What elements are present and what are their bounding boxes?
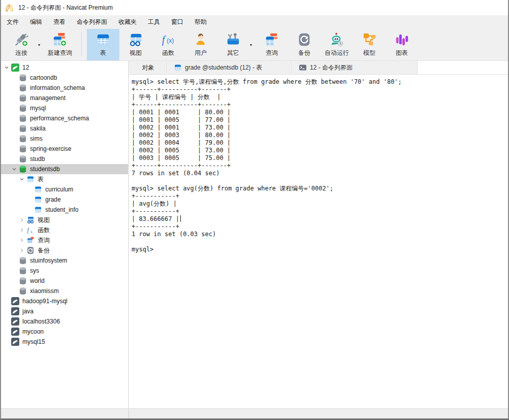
tree-item-grade[interactable]: grade [1, 195, 128, 205]
queries-group-icon [26, 236, 35, 244]
text-cursor [180, 215, 181, 222]
menu-item-label: 编辑 [30, 18, 42, 26]
svg-text:f: f [27, 227, 30, 234]
tab-对象[interactable]: 对象 [129, 61, 168, 74]
terminal-line-text: | avg(分数) | [132, 200, 177, 207]
tree-item-mysql[interactable]: mysql [1, 103, 128, 113]
toolbar-button-connection[interactable]: 连接 ▾ [5, 29, 44, 60]
toolbar-button-function[interactable]: f(x) 函数 [152, 29, 184, 60]
tree-item-mysql15[interactable]: mysql15 [1, 337, 128, 347]
terminal-line: +-----------+ [132, 208, 505, 215]
tree-item-management[interactable]: management [1, 93, 128, 103]
main-pane: 对象 grade @studentsdb (12) - 表 12 - 命令列界面… [129, 61, 508, 408]
tree-item-studb[interactable]: studb [1, 154, 128, 164]
menu-item-查看[interactable]: 查看 [48, 15, 71, 29]
chevron-down-icon[interactable] [3, 64, 10, 71]
tree-item-label: sys [30, 267, 39, 274]
terminal-line: +------+----------+-------+ [132, 86, 505, 93]
tree-item-sys[interactable]: sys [1, 266, 128, 276]
tree-item-label: localhost3306 [22, 318, 60, 325]
toolbar-button-label: 图表 [396, 49, 408, 57]
tree-item-12[interactable]: 12 [1, 62, 128, 73]
terminal-line: mysql> select 学号,课程编号,分数 from grade wher… [132, 78, 505, 86]
tree-item-stuinfosystem[interactable]: stuinfosystem [1, 255, 128, 266]
tree-item-java[interactable]: java [1, 306, 128, 316]
menu-item-命令列界面[interactable]: 命令列界面 [71, 15, 113, 29]
database-icon [19, 104, 27, 112]
tree-item-student_info[interactable]: student_info [1, 205, 128, 215]
tree-item-information_schema[interactable]: information_schema [1, 83, 128, 93]
toolbar-button-view[interactable]: 视图 [119, 29, 152, 60]
window-body: 12 cartoondb information_schema manageme… [1, 61, 508, 408]
toolbar-button-user[interactable]: 用户 [184, 29, 217, 60]
tree-item-函数[interactable]: fx 函数 [1, 225, 128, 235]
toolbar-button-model[interactable]: 模型 [353, 29, 386, 60]
menu-item-编辑[interactable]: 编辑 [24, 15, 48, 29]
tree-item-localhost3306[interactable]: localhost3306 [1, 316, 128, 327]
dropdown-caret-icon[interactable]: ▾ [248, 43, 254, 47]
function-icon: f(x) [161, 32, 176, 47]
model-icon [362, 32, 377, 47]
terminal-line-text: | 0002 | 0005 | 73.00 | [132, 147, 231, 154]
tree-item-mycoon[interactable]: mycoon [1, 327, 128, 337]
menu-item-文件[interactable]: 文件 [1, 15, 24, 29]
chevron-right-icon[interactable] [18, 216, 25, 223]
terminal-line: mysql> [132, 246, 505, 253]
tree-item-label: 查询 [38, 236, 50, 245]
toolbar-button-label: 备份 [298, 49, 310, 57]
toolbar-button-new-query[interactable]: 新建查询 [44, 29, 76, 60]
table-item-icon [34, 185, 42, 193]
toolbar-button-backup[interactable]: 备份 [288, 29, 321, 60]
tables-group-icon [26, 175, 35, 183]
new-query-icon [52, 32, 68, 47]
toolbar-button-table[interactable]: 表 [87, 29, 119, 60]
chevron-right-icon[interactable] [18, 227, 25, 234]
mysql-connection-open-icon [11, 63, 19, 72]
database-icon [19, 114, 27, 122]
tree-item-视图[interactable]: 视图 [1, 215, 128, 225]
tree-item-spring-exercise[interactable]: spring-exercise [1, 144, 128, 154]
table-item-icon [34, 196, 42, 204]
menu-item-工具[interactable]: 工具 [142, 15, 166, 29]
toolbar-button-label: 函数 [162, 49, 174, 57]
tree-item-sakila[interactable]: sakila [1, 123, 128, 134]
tree-item-studentsdb[interactable]: studentsdb [1, 164, 128, 174]
tree-item-表[interactable]: 表 [1, 174, 128, 184]
tree-item-performance_schema[interactable]: performance_schema [1, 113, 128, 123]
chevron-down-icon[interactable] [11, 166, 18, 173]
tree-item-curriculum[interactable]: curriculum [1, 184, 128, 195]
chevron-down-icon[interactable] [18, 176, 25, 183]
chevron-right-icon[interactable] [18, 247, 25, 254]
menu-item-label: 收藏夹 [118, 18, 137, 26]
database-icon [19, 135, 27, 143]
toolbar-button-others[interactable]: 其它 ▾ [217, 29, 256, 60]
views-group-icon [26, 216, 35, 224]
tree-item-label: 表 [38, 175, 44, 184]
toolbar-button-query[interactable]: 查询 [256, 29, 288, 60]
chevron-right-icon[interactable] [18, 237, 25, 244]
menu-item-收藏夹[interactable]: 收藏夹 [113, 15, 142, 29]
tree-item-hadoop91-mysql[interactable]: hadoop91-mysql [1, 296, 128, 306]
toolbar-button-automation[interactable]: 自动运行 [321, 29, 353, 60]
tree-item-xiaomissm[interactable]: xiaomissm [1, 286, 128, 296]
tab-grade @studentsdb (12) - 表[interactable]: grade @studentsdb (12) - 表 [168, 61, 293, 74]
connection-tree: 12 cartoondb information_schema manageme… [1, 61, 129, 408]
tree-item-cartoondb[interactable]: cartoondb [1, 73, 128, 83]
database-icon [19, 124, 27, 133]
dropdown-caret-icon[interactable]: ▾ [36, 43, 42, 47]
terminal-line: | 0001 | 0005 | 77.00 | [132, 116, 505, 124]
menu-item-窗口[interactable]: 窗口 [166, 15, 189, 29]
tree-item-world[interactable]: world [1, 276, 128, 286]
tree-item-label: xiaomissm [30, 287, 59, 295]
query-icon [264, 32, 279, 47]
terminal-line-text: | 0003 | 0005 | 75.00 | [132, 154, 231, 161]
tree-item-sims[interactable]: sims [1, 134, 128, 144]
toolbar-button-chart[interactable]: 图表 [386, 29, 418, 60]
terminal-line: | 0002 | 0003 | 80.00 | [132, 132, 505, 139]
mysql-command-line-console[interactable]: mysql> select 学号,课程编号,分数 from grade wher… [129, 75, 508, 408]
menu-item-帮助[interactable]: 帮助 [189, 15, 212, 29]
tree-item-查询[interactable]: 查询 [1, 235, 128, 245]
tree-item-备份[interactable]: 备份 [1, 245, 128, 255]
tab-12 - 命令列界面[interactable]: 12 - 命令列界面 [293, 61, 418, 74]
tree-item-label: performance_schema [30, 115, 89, 122]
